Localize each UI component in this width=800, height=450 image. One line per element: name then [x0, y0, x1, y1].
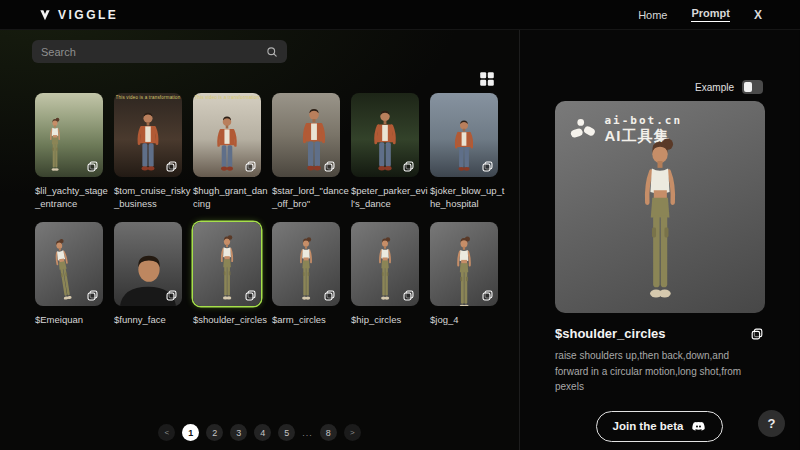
thumbnail[interactable] [351, 222, 419, 306]
thumbnail[interactable] [193, 222, 261, 306]
copy-title-icon[interactable] [750, 327, 764, 341]
gallery-item[interactable]: $hip_circles [351, 222, 419, 326]
thumbnail[interactable] [430, 93, 498, 177]
gallery-item-label: $funny_face [114, 313, 192, 326]
join-beta-button[interactable]: Join the beta [596, 411, 724, 442]
copy-icon[interactable] [244, 289, 257, 302]
gallery-item[interactable]: This video is a transformation $hugh_gra… [193, 93, 261, 211]
gallery-item-label: $star_lord_"dance_off_bro" [272, 184, 350, 211]
thumbnail[interactable] [114, 222, 182, 306]
gallery-item-label: $peter_parker_evil's_dance [351, 184, 429, 211]
copy-icon[interactable] [323, 160, 336, 173]
gallery-item-label: $joker_blow_up_the_hospital [430, 184, 508, 211]
gallery-item-selected[interactable]: $shoulder_circles [193, 222, 261, 326]
pagination-page-8[interactable]: 8 [320, 424, 337, 441]
thumbnail[interactable]: This video is a transformation [193, 93, 261, 177]
nav-x-link[interactable]: X [754, 8, 762, 22]
nav-home[interactable]: Home [638, 9, 667, 21]
gallery-item-label: $arm_circles [272, 313, 350, 326]
gallery-item-label: $hip_circles [351, 313, 429, 326]
thumbnail[interactable]: This video is a transformation [114, 93, 182, 177]
thumbnail[interactable] [272, 93, 340, 177]
thumbnail[interactable] [35, 222, 103, 306]
thumbnail[interactable] [35, 93, 103, 177]
gallery-panel: $lil_yachty_stage_entrance This video is… [0, 30, 520, 450]
viggle-logo-icon [38, 8, 52, 22]
example-row: Example [520, 80, 763, 94]
brand[interactable]: VIGGLE [38, 8, 118, 22]
detail-panel: Example ai-bot.cn AI工具集 $shoulder_circle… [520, 30, 799, 450]
template-description: raise shoulders up,then back,down,and fo… [555, 348, 764, 395]
gallery-item[interactable]: $peter_parker_evil's_dance [351, 93, 419, 211]
pagination-page-3[interactable]: 3 [230, 424, 247, 441]
pagination-page-1[interactable]: 1 [182, 424, 199, 441]
pagination-page-5[interactable]: 5 [278, 424, 295, 441]
template-title: $shoulder_circles [555, 326, 666, 341]
thumbnail[interactable] [430, 222, 498, 306]
watermark-domain: ai-bot.cn [605, 114, 683, 127]
join-beta-label: Join the beta [613, 420, 684, 432]
copy-icon[interactable] [86, 289, 99, 302]
search-bar[interactable] [32, 40, 287, 63]
copy-icon[interactable] [86, 160, 99, 173]
copy-icon[interactable] [323, 289, 336, 302]
copy-icon[interactable] [402, 160, 415, 173]
search-icon[interactable] [266, 46, 278, 58]
thumbnail-overlay-text: This video is a transformation [193, 95, 261, 100]
brand-name: VIGGLE [58, 8, 118, 22]
gallery-item-label: $tom_cruise_risky_business [114, 184, 192, 211]
gallery-item[interactable]: $joker_blow_up_the_hospital [430, 93, 498, 211]
gallery-item[interactable]: $jog_4 [430, 222, 498, 326]
gallery-item[interactable]: This video is a transformation $tom_crui… [114, 93, 182, 211]
view-tool-row [0, 68, 519, 90]
top-bar: VIGGLE Home Prompt X [0, 0, 800, 30]
gallery-item-label: $shoulder_circles [193, 313, 271, 326]
thumbnail[interactable] [351, 93, 419, 177]
help-button[interactable]: ? [758, 410, 785, 437]
pagination-page-2[interactable]: 2 [206, 424, 223, 441]
copy-icon[interactable] [244, 160, 257, 173]
pagination-page-4[interactable]: 4 [254, 424, 271, 441]
pagination-next[interactable]: > [344, 424, 361, 441]
nav-prompt[interactable]: Prompt [691, 7, 730, 22]
top-nav: Home Prompt X [638, 7, 762, 22]
thumbnail-overlay-text: This video is a transformation [114, 95, 182, 100]
gallery-item[interactable]: $star_lord_"dance_off_bro" [272, 93, 340, 211]
pagination-prev[interactable]: < [158, 424, 175, 441]
pagination-ellipsis: ... [302, 424, 313, 441]
gallery-item[interactable]: $funny_face [114, 222, 182, 326]
gallery-item[interactable]: $Emeiquan [35, 222, 103, 326]
gallery-item-label: $Emeiquan [35, 313, 113, 326]
discord-icon [691, 419, 706, 434]
grid-view-icon[interactable] [479, 71, 495, 87]
copy-icon[interactable] [165, 160, 178, 173]
gallery-item[interactable]: $arm_circles [272, 222, 340, 326]
copy-icon[interactable] [402, 289, 415, 302]
template-grid: $lil_yachty_stage_entrance This video is… [35, 93, 505, 326]
pagination: < 1 2 3 4 5 ... 8 > [0, 424, 519, 441]
copy-icon[interactable] [481, 289, 494, 302]
gallery-item-label: $jog_4 [430, 313, 508, 326]
gallery-item-label: $lil_yachty_stage_entrance [35, 184, 113, 211]
title-row: $shoulder_circles [555, 326, 764, 341]
gallery-item[interactable]: $lil_yachty_stage_entrance [35, 93, 103, 211]
copy-icon[interactable] [165, 289, 178, 302]
character-figure-large [622, 133, 697, 301]
toggle-knob [744, 82, 752, 92]
thumbnail[interactable] [272, 222, 340, 306]
ai-bot-logo-icon [570, 118, 597, 142]
gallery-item-label: $hugh_grant_dancing [193, 184, 271, 211]
example-toggle[interactable] [742, 80, 763, 94]
preview-card[interactable]: ai-bot.cn AI工具集 [555, 101, 765, 313]
main-area: $lil_yachty_stage_entrance This video is… [0, 30, 800, 450]
copy-icon[interactable] [481, 160, 494, 173]
search-input[interactable] [41, 46, 266, 58]
example-label: Example [695, 82, 734, 93]
